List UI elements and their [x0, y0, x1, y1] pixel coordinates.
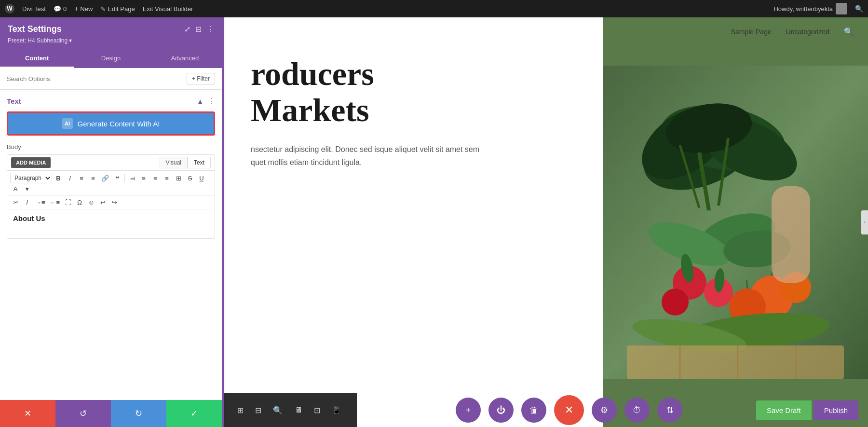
- comments-link[interactable]: 💬 0: [54, 5, 67, 13]
- panel-content: Text ▲ ⋮ AI Generate Content With AI Bod…: [0, 90, 222, 400]
- text-section-title: Text: [7, 97, 21, 105]
- publish-button[interactable]: Publish: [814, 400, 858, 420]
- site-name[interactable]: Divi Test: [22, 5, 46, 13]
- paste-text-button[interactable]: ✂: [10, 198, 21, 207]
- exit-visual-builder-button[interactable]: Exit Visual Builder: [143, 5, 193, 13]
- strikethrough-button[interactable]: S: [185, 174, 195, 183]
- more-options-icon[interactable]: ⋮: [206, 25, 214, 34]
- cancel-button[interactable]: ✕: [0, 400, 55, 427]
- left-toolbar: ⊞ ⊟ 🔍 🖥 ⊡ 📱: [222, 393, 357, 427]
- add-media-button[interactable]: ADD MEDIA: [11, 157, 51, 168]
- italic-button[interactable]: I: [65, 174, 75, 183]
- ai-icon: AI: [62, 118, 73, 129]
- fullscreen-button[interactable]: ⛶: [63, 198, 73, 207]
- search-input[interactable]: [7, 75, 183, 83]
- admin-search-icon[interactable]: 🔍: [855, 5, 863, 13]
- svg-line-21: [746, 280, 747, 289]
- ai-generate-button[interactable]: AI Generate Content With AI: [7, 111, 215, 136]
- redo-button[interactable]: ↻: [111, 400, 166, 427]
- hero-image: [603, 17, 868, 427]
- visual-tab[interactable]: Visual: [160, 157, 188, 168]
- toolbar-layout-icon[interactable]: ⊟: [253, 404, 263, 417]
- text-section-options-icon[interactable]: ⋮: [207, 96, 215, 106]
- svg-rect-28: [772, 186, 810, 283]
- link-button[interactable]: 🔗: [99, 174, 111, 183]
- hero-title: roducers Markets: [251, 56, 583, 128]
- align-left-button[interactable]: ⫤: [127, 174, 137, 183]
- hero-description: nsectetur adipiscing elit. Donec sed isq…: [251, 143, 492, 169]
- editor-format-bar2: ✂ I →≡ ←≡ ⛶ Ω ☺ ↩ ↪: [7, 196, 215, 209]
- italic2-button[interactable]: I: [22, 198, 32, 207]
- paragraph-select[interactable]: Paragraph: [10, 173, 52, 183]
- nav-search-icon[interactable]: 🔍: [844, 27, 854, 36]
- text-section-controls: ▲ ⋮: [197, 96, 215, 106]
- add-module-button[interactable]: +: [456, 398, 481, 423]
- save-settings-button[interactable]: ✓: [166, 400, 222, 427]
- nav-uncategorized[interactable]: Uncategorized: [786, 28, 829, 36]
- bold-button[interactable]: B: [53, 174, 64, 183]
- tab-content[interactable]: Content: [0, 50, 74, 68]
- ordered-list-button[interactable]: ≡: [88, 174, 98, 183]
- columns-icon[interactable]: ⊟: [195, 25, 202, 34]
- text-color-button[interactable]: A: [10, 184, 21, 193]
- editor-content-area[interactable]: About Us: [7, 209, 215, 238]
- history-button[interactable]: ⏱: [624, 398, 650, 423]
- toolbar-divider: [124, 174, 125, 182]
- toolbar-search-icon[interactable]: 🔍: [271, 404, 285, 417]
- toolbar-grid-icon[interactable]: ⊞: [235, 404, 245, 417]
- editor-toolbar: ADD MEDIA Visual Text Paragraph B I ≡ ≡ …: [7, 154, 215, 239]
- purple-accent: [222, 17, 224, 427]
- body-label: Body: [7, 143, 215, 151]
- search-bar: + Filter: [0, 68, 222, 90]
- gear-button[interactable]: ⚙: [592, 398, 617, 423]
- panel-preset[interactable]: Preset: H4 Subheading: [8, 37, 214, 44]
- justify-button[interactable]: ≡: [162, 174, 172, 183]
- outdent-button[interactable]: ←≡: [48, 198, 62, 207]
- main-layout: Text Settings ⤢ ⊟ ⋮ Preset: H4 Subheadin…: [0, 17, 868, 427]
- panel-header-top: Text Settings ⤢ ⊟ ⋮: [8, 24, 214, 34]
- unordered-list-button[interactable]: ≡: [76, 174, 87, 183]
- panel-header-icons: ⤢ ⊟ ⋮: [184, 25, 214, 34]
- emoji-button[interactable]: ☺: [86, 198, 96, 207]
- visual-text-tabs: Visual Text: [160, 157, 211, 168]
- admin-bar: W Divi Test 💬 0 New Edit Page Exit Visua…: [0, 0, 868, 17]
- user-howdy: Howdy, writtenbyekta: [773, 3, 847, 14]
- edit-page-button[interactable]: Edit Page: [100, 5, 135, 13]
- indent-button[interactable]: →≡: [33, 198, 47, 207]
- svg-point-14: [662, 289, 689, 316]
- toolbar-tablet-icon[interactable]: ⊡: [312, 404, 322, 417]
- align-right-button[interactable]: ≡: [150, 174, 161, 183]
- resize-icon[interactable]: ⤢: [184, 25, 190, 34]
- align-center-button[interactable]: ≡: [138, 174, 149, 183]
- new-button[interactable]: New: [74, 5, 93, 13]
- undo-button[interactable]: ↺: [55, 400, 111, 427]
- wp-logo-icon[interactable]: W: [5, 4, 14, 14]
- special-char-button[interactable]: Ω: [74, 198, 85, 207]
- redo-editor-button[interactable]: ↪: [109, 198, 120, 207]
- blockquote-button[interactable]: ❝: [112, 174, 122, 183]
- underline-button[interactable]: U: [196, 174, 207, 183]
- power-button[interactable]: ⏻: [488, 398, 514, 423]
- panel-title: Text Settings: [8, 24, 62, 34]
- text-tab[interactable]: Text: [188, 157, 211, 168]
- svg-rect-24: [627, 345, 844, 379]
- more-colors-button[interactable]: ▾: [22, 184, 32, 193]
- table-button[interactable]: ⊞: [173, 174, 184, 183]
- toolbar-mobile-icon[interactable]: 📱: [330, 404, 343, 417]
- nav-sample-page[interactable]: Sample Page: [731, 28, 772, 36]
- text-section-header: Text ▲ ⋮: [7, 96, 215, 106]
- undo-editor-button[interactable]: ↩: [97, 198, 108, 207]
- text-section-collapse-icon[interactable]: ▲: [197, 97, 203, 105]
- filter-button[interactable]: + Filter: [187, 73, 215, 84]
- sliders-button[interactable]: ⇅: [657, 398, 682, 423]
- close-button[interactable]: ✕: [554, 395, 584, 425]
- toolbar-desktop-icon[interactable]: 🖥: [293, 404, 304, 416]
- tab-design[interactable]: Design: [74, 50, 148, 68]
- editor-content-text: About Us: [13, 214, 45, 222]
- tab-advanced[interactable]: Advanced: [148, 50, 222, 68]
- center-toolbar: + ⏻ 🗑 ✕ ⚙ ⏱ ⇅: [357, 395, 781, 425]
- bottom-action-bar: ✕ ↺ ↻ ✓: [0, 400, 222, 427]
- delete-button[interactable]: 🗑: [521, 398, 546, 423]
- side-handle[interactable]: ‹: [861, 210, 868, 234]
- save-draft-button[interactable]: Save Draft: [756, 400, 812, 420]
